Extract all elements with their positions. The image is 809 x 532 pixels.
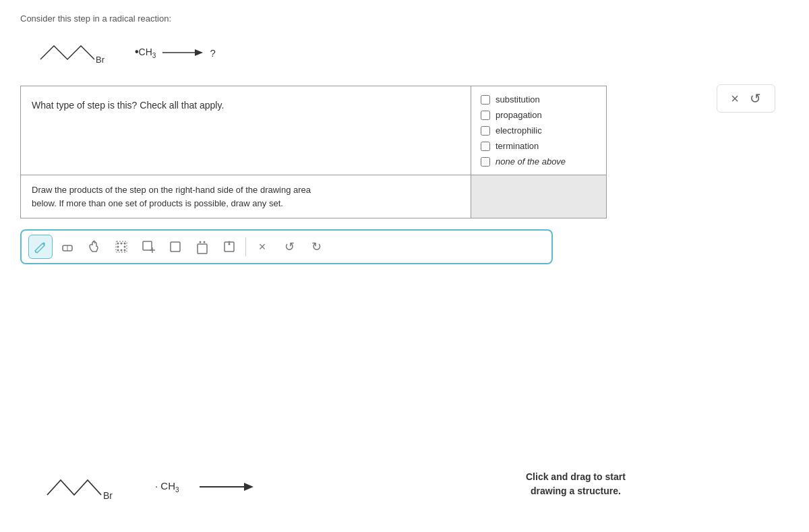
- checkbox-propagation[interactable]: [481, 111, 490, 120]
- draw-instruction-line1: Draw the products of the step on the rig…: [32, 185, 311, 195]
- option-none[interactable]: none of the above: [481, 156, 597, 167]
- option-propagation[interactable]: propagation: [481, 110, 597, 120]
- add-box-tool-btn[interactable]: [136, 235, 160, 259]
- option-termination[interactable]: termination: [481, 141, 597, 151]
- undo-tool-btn[interactable]: ↺: [277, 235, 301, 259]
- pencil-tool-btn[interactable]: [28, 235, 53, 259]
- svg-point-6: [117, 243, 119, 245]
- checkbox-none[interactable]: [481, 157, 490, 167]
- radical-icon: [222, 239, 237, 254]
- drawing-toolbar: × ↺ ↻: [20, 229, 553, 264]
- bottom-molecule-zigzag: Br: [40, 468, 135, 505]
- svg-point-20: [204, 241, 206, 243]
- hand-tool-btn[interactable]: [82, 235, 107, 259]
- options-panel: substitution propagation electrophilic t…: [471, 86, 606, 175]
- question-row-2: Draw the products of the step on the rig…: [21, 175, 606, 218]
- lone-pair-icon: [195, 239, 210, 254]
- svg-marker-2: [195, 49, 203, 56]
- svg-point-8: [124, 243, 126, 245]
- molecule-zigzag: Br: [34, 36, 121, 69]
- question-label: What type of step is this? Check all tha…: [32, 100, 224, 111]
- box-tool-btn[interactable]: [163, 235, 187, 259]
- undo-button[interactable]: ↺: [750, 90, 761, 107]
- close-button[interactable]: ×: [731, 91, 739, 107]
- option-substitution[interactable]: substitution: [481, 94, 597, 105]
- svg-point-10: [124, 246, 126, 248]
- radical-tool-btn[interactable]: [217, 235, 241, 259]
- eraser-icon: [60, 239, 75, 254]
- hand-icon: [87, 239, 102, 254]
- drawing-hint: Click and drag to start drawing a struct…: [526, 470, 626, 498]
- bottom-reagent2: · CH3: [155, 480, 179, 494]
- svg-point-9: [117, 246, 119, 248]
- question-row-1: What type of step is this? Check all tha…: [21, 86, 606, 175]
- svg-point-19: [200, 241, 202, 243]
- checkbox-termination[interactable]: [481, 142, 490, 151]
- draw-instruction-line2: below. If more than one set of products …: [32, 198, 283, 208]
- clear-tool-btn[interactable]: ×: [250, 235, 274, 259]
- undo-icon: ↺: [750, 90, 761, 107]
- svg-point-13: [124, 249, 126, 252]
- svg-rect-18: [198, 244, 207, 254]
- question-text: What type of step is this? Check all tha…: [21, 86, 471, 175]
- svg-point-11: [117, 249, 119, 252]
- svg-rect-14: [143, 241, 152, 250]
- checkbox-electrophilic[interactable]: [481, 126, 490, 136]
- question-table: What type of step is this? Check all tha…: [20, 86, 607, 218]
- top-reagent2: •CH3: [135, 46, 156, 59]
- svg-point-23: [229, 243, 231, 245]
- select-dots-icon: [114, 239, 129, 254]
- top-right-panel: × ↺: [717, 84, 775, 113]
- svg-point-22: [229, 241, 231, 243]
- svg-text:Br: Br: [103, 490, 113, 501]
- draw-instructions: Draw the products of the step on the rig…: [21, 175, 471, 218]
- pencil-icon: [33, 239, 48, 254]
- bottom-arrow: [200, 480, 253, 494]
- reaction-arrow: [162, 46, 203, 59]
- svg-point-7: [121, 243, 123, 245]
- box-icon: [168, 239, 183, 254]
- product-question: ?: [210, 47, 215, 59]
- select-dots-tool-btn[interactable]: [109, 235, 133, 259]
- add-box-icon: [141, 239, 156, 254]
- svg-marker-26: [244, 483, 253, 491]
- svg-rect-17: [171, 242, 180, 252]
- eraser-tool-btn[interactable]: [55, 235, 80, 259]
- hint-line1: Click and drag to start: [526, 471, 626, 482]
- toolbar-separator: [245, 237, 246, 256]
- checkbox-substitution[interactable]: [481, 95, 490, 105]
- lone-pair-tool-btn[interactable]: [190, 235, 214, 259]
- hint-line2: drawing a structure.: [531, 485, 621, 496]
- draw-area-placeholder: [471, 175, 606, 218]
- bottom-reaction: Br · CH3: [40, 468, 253, 505]
- redo-tool-btn[interactable]: ↻: [304, 235, 328, 259]
- svg-point-12: [121, 249, 123, 252]
- top-reaction: Br •CH3 ?: [34, 36, 789, 69]
- close-icon: ×: [731, 91, 739, 107]
- intro-text: Consider this step in a radical reaction…: [20, 13, 789, 24]
- option-electrophilic[interactable]: electrophilic: [481, 125, 597, 136]
- svg-text:Br: Br: [96, 55, 105, 65]
